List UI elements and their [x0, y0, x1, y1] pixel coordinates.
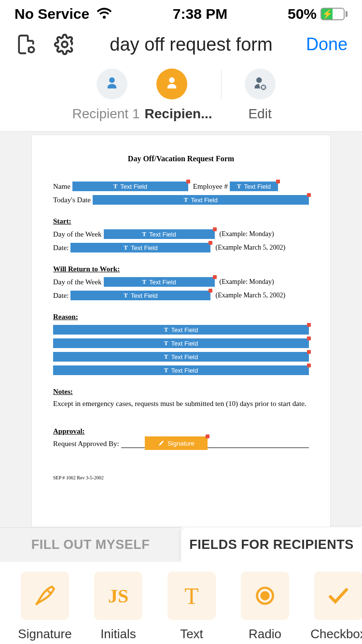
tool-signature[interactable]: Signature — [14, 572, 76, 642]
tool-radio[interactable]: Radio — [234, 572, 296, 642]
approved-by-label: Request Approved By: — [53, 440, 119, 448]
document-canvas[interactable]: Day Off/Vacation Request Form Name TText… — [0, 131, 362, 527]
wifi-icon — [96, 6, 112, 22]
tool-text-label: Text — [180, 627, 203, 642]
tab-fill-myself[interactable]: FILL OUT MYSELF — [0, 527, 181, 562]
signature-field[interactable]: Signature — [145, 436, 208, 450]
battery-icon: ⚡ — [320, 8, 348, 20]
return-date-label: Date: — [53, 292, 69, 300]
field-toolbar: Signature JS Initials T Text Radio Check… — [0, 562, 362, 644]
recipient-2-avatar[interactable] — [156, 69, 187, 99]
recipient-2-label: Recipien... — [145, 106, 212, 122]
page-title: day off request form — [92, 34, 291, 55]
divider — [221, 70, 222, 99]
approval-heading: Approval: — [53, 427, 309, 435]
gear-icon[interactable] — [53, 33, 76, 56]
notes-heading: Notes: — [53, 388, 309, 396]
clock: 7:38 PM — [173, 6, 227, 22]
mode-tabs: FILL OUT MYSELF FIELDS FOR RECIPIENTS — [0, 527, 362, 562]
reason-field-3[interactable]: TText Field — [53, 352, 309, 362]
return-dow-field[interactable]: TText Field — [104, 277, 215, 287]
start-dow-label: Day of the Week — [53, 230, 102, 238]
tool-checkbox-label: Checkbox — [310, 627, 362, 642]
recipient-1-avatar[interactable] — [97, 69, 127, 99]
battery-percent: 50% — [288, 6, 317, 22]
service-status: No Service — [14, 6, 89, 22]
doc-title: Day Off/Vacation Request Form — [53, 154, 309, 163]
today-label: Today's Date — [53, 196, 91, 204]
recipient-1-label: Recipient 1 — [72, 106, 139, 122]
name-field[interactable]: TText Field — [72, 182, 188, 191]
start-heading: Start: — [53, 217, 309, 225]
doc-footer: SEP # 1062 Rev 3-5-2002 — [53, 475, 309, 480]
svg-point-4 — [262, 592, 269, 600]
notes-text: Except in emergency cases, requests must… — [53, 400, 309, 408]
document-settings-icon[interactable] — [14, 33, 38, 56]
date-hint2: (Example March 5, 2002) — [215, 292, 285, 299]
return-heading: Will Return to Work: — [53, 265, 309, 273]
tool-initials[interactable]: JS Initials — [87, 572, 150, 642]
dow-hint2: (Example: Monday) — [220, 278, 274, 286]
recipient-bar: Recipient 1 Recipien... Edit — [0, 67, 362, 131]
return-date-field[interactable]: TText Field — [70, 291, 210, 300]
start-date-field[interactable]: TText Field — [70, 243, 210, 252]
reason-heading: Reason: — [53, 313, 309, 321]
document-page: Day Off/Vacation Request Form Name TText… — [31, 135, 331, 527]
today-field[interactable]: TText Field — [93, 195, 309, 205]
status-bar: No Service 7:38 PM 50% ⚡ — [0, 0, 362, 26]
return-dow-label: Day of the Week — [53, 278, 102, 286]
dow-hint: (Example: Monday) — [220, 230, 274, 238]
edit-recipients-button[interactable] — [245, 69, 276, 99]
reason-field-1[interactable]: TText Field — [53, 325, 309, 335]
employee-field[interactable]: TText Field — [230, 182, 278, 191]
start-dow-field[interactable]: TText Field — [104, 229, 215, 239]
tab-fields-recipients[interactable]: FIELDS FOR RECIPIENTS — [181, 527, 362, 562]
date-hint: (Example March 5, 2002) — [215, 244, 285, 252]
tool-text[interactable]: T Text — [160, 572, 223, 642]
reason-field-2[interactable]: TText Field — [53, 338, 309, 348]
name-label: Name — [53, 182, 70, 191]
edit-label: Edit — [248, 106, 271, 122]
employee-label: Employee # — [193, 182, 228, 191]
tool-initials-label: Initials — [100, 627, 136, 642]
done-button[interactable]: Done — [306, 34, 348, 55]
tool-signature-label: Signature — [18, 627, 71, 642]
start-date-label: Date: — [53, 244, 69, 252]
nav-bar: day off request form Done — [0, 26, 362, 67]
reason-field-4[interactable]: TText Field — [53, 365, 309, 375]
tool-radio-label: Radio — [249, 627, 281, 642]
tool-checkbox[interactable]: Checkbox — [307, 572, 362, 642]
svg-point-1 — [62, 42, 68, 47]
